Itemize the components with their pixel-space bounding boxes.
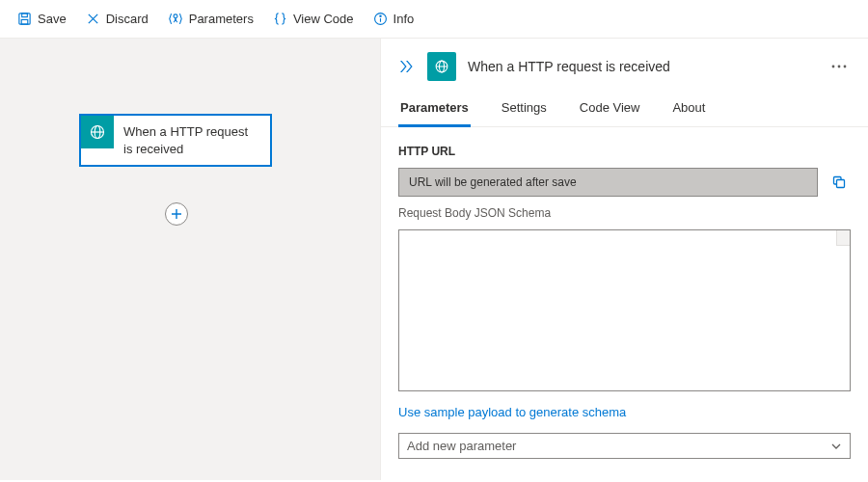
info-label: Info — [393, 12, 415, 26]
panel-header: When a HTTP request is received — [381, 39, 868, 91]
tab-parameters[interactable]: Parameters — [398, 91, 471, 127]
http-url-row: URL will be generated after save — [398, 168, 851, 197]
panel-body: HTTP URL URL will be generated after sav… — [381, 127, 868, 480]
panel-tabs: Parameters Settings Code View About — [381, 91, 868, 127]
use-sample-payload-link[interactable]: Use sample payload to generate schema — [398, 401, 851, 423]
svg-rect-0 — [19, 13, 30, 24]
parameters-label: Parameters — [189, 12, 254, 26]
schema-label: Request Body JSON Schema — [398, 206, 851, 220]
http-url-label: HTTP URL — [398, 145, 851, 158]
http-request-icon — [427, 52, 456, 81]
top-toolbar: Save Discard Parameters View Code Info — [0, 0, 868, 39]
svg-rect-2 — [21, 19, 28, 24]
details-panel: When a HTTP request is received Paramete… — [381, 39, 868, 480]
trigger-node-label: When a HTTP request is received — [114, 116, 270, 165]
add-step-button[interactable] — [165, 202, 188, 226]
braces-icon — [273, 12, 287, 26]
tab-about[interactable]: About — [670, 91, 707, 127]
view-code-label: View Code — [293, 12, 354, 26]
info-icon — [373, 12, 388, 26]
save-icon — [17, 12, 32, 26]
http-url-field: URL will be generated after save — [398, 168, 818, 197]
discard-button[interactable]: Discard — [78, 6, 156, 32]
designer-canvas[interactable]: When a HTTP request is received — [0, 39, 381, 480]
svg-point-10 — [832, 66, 835, 68]
discard-label: Discard — [106, 12, 149, 26]
svg-rect-1 — [22, 13, 28, 17]
svg-point-11 — [838, 66, 841, 68]
discard-icon — [86, 12, 100, 26]
svg-point-5 — [379, 15, 380, 16]
svg-rect-13 — [837, 180, 845, 188]
schema-textarea-container — [398, 229, 851, 391]
trigger-node[interactable]: When a HTTP request is received — [79, 114, 272, 167]
tab-settings[interactable]: Settings — [500, 91, 549, 127]
svg-point-12 — [844, 66, 847, 68]
more-options-button[interactable] — [827, 61, 851, 72]
view-code-button[interactable]: View Code — [265, 6, 362, 32]
save-label: Save — [38, 12, 67, 26]
schema-textarea[interactable] — [399, 230, 850, 390]
collapse-panel-button[interactable] — [398, 59, 416, 74]
chevron-down-icon — [830, 441, 842, 452]
add-parameter-placeholder: Add new parameter — [407, 439, 516, 453]
tab-code-view[interactable]: Code View — [578, 91, 642, 127]
panel-title: When a HTTP request is received — [468, 59, 816, 74]
svg-point-3 — [174, 14, 177, 18]
parameters-button[interactable]: Parameters — [160, 6, 261, 32]
add-parameter-dropdown[interactable]: Add new parameter — [398, 433, 851, 459]
scrollbar-stub — [836, 230, 850, 246]
save-button[interactable]: Save — [10, 6, 74, 32]
parameters-icon — [168, 12, 183, 26]
workspace: When a HTTP request is received When a H… — [0, 39, 868, 480]
http-request-icon — [81, 116, 114, 148]
info-button[interactable]: Info — [366, 6, 422, 32]
copy-url-button[interactable] — [827, 171, 851, 194]
